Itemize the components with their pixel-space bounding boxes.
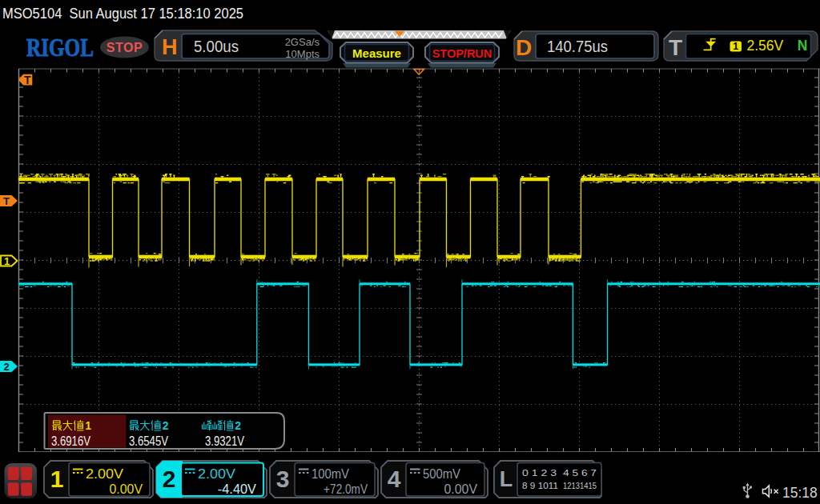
svg-text:2: 2 xyxy=(235,419,241,432)
svg-text:T: T xyxy=(669,35,682,60)
svg-text:3: 3 xyxy=(276,466,290,492)
svg-text:2.00V: 2.00V xyxy=(198,466,236,482)
svg-text:N: N xyxy=(798,38,808,54)
svg-text:2GSa/s: 2GSa/s xyxy=(285,36,320,48)
svg-text:10Mpts: 10Mpts xyxy=(285,48,320,60)
svg-text:5.00us: 5.00us xyxy=(194,38,239,55)
svg-text:140.75us: 140.75us xyxy=(547,38,608,55)
svg-text:0 1 2 3: 0 1 2 3 xyxy=(522,468,557,478)
svg-text:3.6545V: 3.6545V xyxy=(129,434,168,448)
svg-text:H: H xyxy=(162,35,178,59)
svg-text:1: 1 xyxy=(50,466,64,492)
svg-text:Measure: Measure xyxy=(352,46,401,60)
svg-text:1: 1 xyxy=(85,419,91,432)
svg-text:T: T xyxy=(3,195,10,207)
svg-text:RIGOL: RIGOL xyxy=(26,33,94,62)
svg-text:STOP/RUN: STOP/RUN xyxy=(432,47,492,60)
svg-text:4: 4 xyxy=(388,466,401,492)
svg-text:2: 2 xyxy=(163,419,169,432)
svg-text:3.9321V: 3.9321V xyxy=(205,434,244,448)
svg-text:8 9 1011: 8 9 1011 xyxy=(522,481,558,490)
svg-text:2: 2 xyxy=(163,466,176,492)
svg-text:STOP: STOP xyxy=(107,41,143,54)
svg-text:4 5 6 7: 4 5 6 7 xyxy=(563,468,597,478)
svg-text:2.56V: 2.56V xyxy=(747,38,784,54)
svg-text:12131415: 12131415 xyxy=(563,481,597,490)
svg-text:L: L xyxy=(500,467,513,491)
svg-text:0.00V: 0.00V xyxy=(110,482,143,497)
svg-text:15:18: 15:18 xyxy=(782,485,818,501)
svg-text:2: 2 xyxy=(3,361,9,373)
svg-text:T: T xyxy=(24,74,31,86)
svg-text:0.00V: 0.00V xyxy=(444,482,478,497)
svg-text:100mV: 100mV xyxy=(312,466,350,482)
svg-text:MSO5104 Sun August 17 15:18:1: MSO5104 Sun August 17 15:18:10 2025 xyxy=(2,6,243,22)
svg-text:1: 1 xyxy=(733,41,738,52)
svg-text:3.6916V: 3.6916V xyxy=(51,434,90,448)
svg-text:-4.40V: -4.40V xyxy=(218,482,257,497)
svg-text:D: D xyxy=(516,35,532,60)
svg-text:500mV: 500mV xyxy=(423,466,461,482)
svg-text:1: 1 xyxy=(4,255,10,267)
svg-text:2.00V: 2.00V xyxy=(86,466,124,482)
svg-text:+72.0mV: +72.0mV xyxy=(324,482,368,497)
